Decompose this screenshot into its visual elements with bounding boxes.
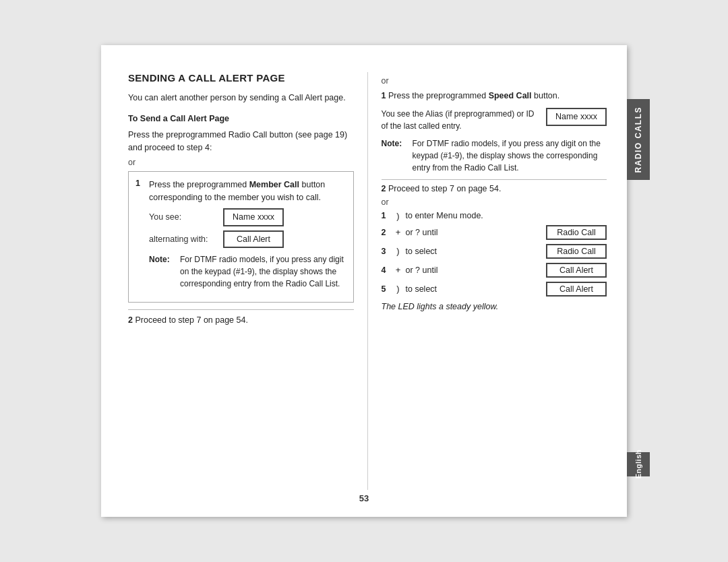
left-note: Note: For DTMF radio models, if you pres…	[149, 253, 345, 290]
inline-step-4: 4 + or ? until Call Alert	[382, 263, 607, 278]
alternating-row: alternating with: Call Alert	[149, 230, 345, 249]
inline-step4-sym: +	[394, 265, 403, 275]
body-text-1: Press the preprogrammed Radio Call butto…	[128, 129, 354, 154]
inline-step-5: 5 ) to select Call Alert	[382, 282, 607, 296]
inline-step3-display: Radio Call	[546, 244, 607, 259]
inline-step3-sym: )	[394, 246, 403, 256]
alias-desc: You see the Alias (if preprogrammed) or …	[382, 108, 540, 132]
inline-step1-sym: )	[394, 211, 403, 221]
left-column: SENDING A CALL ALERT PAGE You can alert …	[128, 72, 354, 490]
or-text-left: or	[128, 158, 354, 167]
left-step2: 2 Proceed to step 7 on page 54.	[128, 309, 354, 325]
left-step1-number: 1	[135, 179, 140, 188]
inline-step3-num: 3	[382, 247, 391, 256]
left-step1-content: Press the preprogrammed Member Call butt…	[149, 179, 345, 290]
inline-step-1: 1 ) to enter Menu mode.	[382, 211, 607, 221]
left-note-text: For DTMF radio models, if you press any …	[180, 253, 345, 290]
inline-step3-desc: to select	[406, 247, 544, 256]
left-note-label: Note:	[149, 253, 175, 290]
intro-text: You can alert another person by sending …	[128, 92, 354, 104]
right-step2-text: Proceed to step 7 on page 54.	[388, 184, 502, 193]
right-step1-number: 1	[382, 91, 386, 100]
page-number: 53	[359, 493, 369, 503]
right-step1-bold: Speed Call	[489, 91, 532, 100]
right-step2: 2 Proceed to step 7 on page 54.	[382, 179, 607, 193]
inline-step2-desc: or ? until	[406, 228, 544, 237]
right-note: Note: For DTMF radio models, if you pres…	[382, 137, 607, 174]
inline-step2-display: Radio Call	[546, 225, 607, 240]
page-container: RADIO CALLS English SENDING A CALL ALERT…	[101, 45, 627, 517]
inline-step4-num: 4	[382, 266, 391, 275]
english-tab: English	[627, 452, 650, 476]
you-see-row: You see: Name xxxx	[149, 208, 345, 226]
inline-step2-num: 2	[382, 228, 391, 237]
inline-step1-num: 1	[382, 211, 391, 220]
inline-step4-display: Call Alert	[546, 263, 607, 278]
right-step1-before: Press the preprogrammed	[388, 91, 489, 100]
right-step2-number: 2	[382, 184, 386, 193]
right-note-label: Note:	[382, 137, 407, 174]
right-step1: 1 Press the preprogrammed Speed Call but…	[382, 90, 607, 102]
inline-step-2: 2 + or ? until Radio Call	[382, 225, 607, 240]
left-step1-text-before: Press the preprogrammed	[149, 180, 249, 189]
alternating-label: alternating with:	[149, 233, 223, 246]
content-area: SENDING A CALL ALERT PAGE You can alert …	[101, 45, 627, 517]
led-text: The LED lights a steady yellow.	[382, 302, 607, 311]
display-name-xxxx: Name xxxx	[223, 208, 284, 226]
radio-calls-tab: RADIO CALLS	[627, 99, 650, 180]
section-title: SENDING A CALL ALERT PAGE	[128, 72, 354, 84]
left-step1-bold: Member Call	[249, 180, 299, 189]
or-text-right2: or	[382, 197, 607, 207]
right-column: or 1 Press the preprogrammed Speed Call …	[367, 72, 607, 490]
right-note-text: For DTMF radio models, if you press any …	[413, 137, 607, 174]
or-text-right1: or	[382, 76, 607, 86]
inline-step1-desc: to enter Menu mode.	[406, 211, 607, 220]
inline-step4-desc: or ? until	[406, 266, 544, 275]
display-call-alert: Call Alert	[223, 230, 284, 249]
inline-step5-sym: )	[394, 284, 403, 294]
inline-step5-num: 5	[382, 284, 391, 294]
right-step1-after: button.	[532, 91, 560, 100]
inline-step2-sym: +	[394, 227, 403, 237]
you-see-label: You see:	[149, 211, 223, 224]
subsection-title: To Send a Call Alert Page	[128, 114, 354, 123]
left-step2-text: Proceed to step 7 on page 54.	[135, 315, 248, 325]
inline-step-3: 3 ) to select Radio Call	[382, 244, 607, 259]
alias-block: You see the Alias (if preprogrammed) or …	[382, 108, 607, 132]
left-step2-number: 2	[128, 315, 133, 325]
left-step1-box: 1 Press the preprogrammed Member Call bu…	[128, 171, 354, 303]
english-tab-label: English	[634, 449, 642, 478]
inline-step5-display: Call Alert	[546, 282, 607, 296]
alias-display: Name xxxx	[546, 108, 607, 126]
side-tab-label: RADIO CALLS	[634, 106, 643, 173]
inline-step5-desc: to select	[406, 284, 544, 294]
inline-step-list: 1 ) to enter Menu mode. 2 + or ? until R…	[382, 211, 607, 296]
